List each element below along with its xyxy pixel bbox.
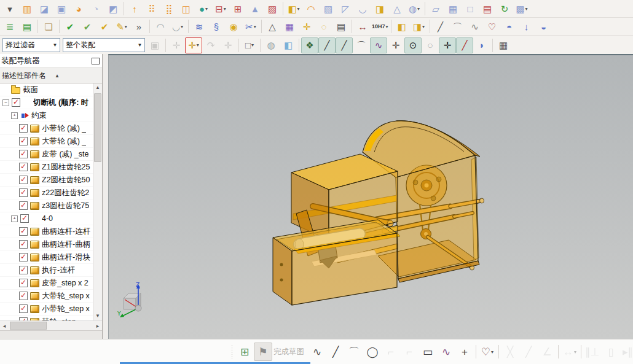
tree-item[interactable]: 棘轮_step xyxy=(0,316,102,320)
tree-item[interactable]: 小带轮 (减) _ xyxy=(0,122,102,135)
tree-item[interactable]: −切断机 (顺序: 时 xyxy=(0,96,102,109)
graphics-viewport[interactable]: Z Y xyxy=(108,54,633,340)
tree-item[interactable]: 曲柄连杆-曲柄 xyxy=(0,238,102,251)
extension-spring-icon[interactable]: § xyxy=(208,18,225,34)
snap-circle-icon[interactable]: ◌ xyxy=(422,37,439,53)
tree-item[interactable]: 小带轮_step x xyxy=(0,303,102,316)
snap-intersection-icon[interactable]: ✛ xyxy=(439,37,456,53)
tree-item-checkbox[interactable] xyxy=(19,253,28,261)
tree-vertical-scrollbar[interactable]: ▲ ▼ xyxy=(93,83,102,320)
locked-component-icon[interactable]: ◧ xyxy=(393,18,411,34)
tree-item-checkbox[interactable] xyxy=(19,201,28,210)
snap-point-on-curve-icon[interactable]: ╱ xyxy=(456,37,473,53)
tree-item-checkbox[interactable] xyxy=(19,150,28,158)
scroll-down-icon[interactable]: ▼ xyxy=(93,312,102,320)
tree-item-checkbox[interactable] xyxy=(19,188,28,197)
tree-item[interactable]: 皮带_step x 2 xyxy=(0,277,102,290)
grid-icon[interactable]: ▦ xyxy=(495,37,512,53)
four-point-surface-icon[interactable]: ▱ xyxy=(427,1,444,17)
sew-icon-dropdown[interactable]: ▾ xyxy=(525,6,528,12)
offset-curve-icon-dropdown[interactable]: ▾ xyxy=(491,349,493,355)
tree-item-checkbox[interactable] xyxy=(19,266,28,274)
line-curve-icon[interactable]: ╱ xyxy=(432,18,449,34)
finish-sketch-flag-icon[interactable]: ⚑ xyxy=(254,343,272,361)
pattern-feature-icon[interactable]: ⠿ xyxy=(143,1,160,17)
spring-tool-icon-dropdown[interactable]: ▾ xyxy=(254,24,256,29)
tolerance-search-icon-dropdown[interactable]: ▾ xyxy=(386,24,388,29)
shaded-cylinder-icon[interactable]: ◍ xyxy=(262,37,280,53)
flange-icon[interactable]: ◡ xyxy=(354,1,371,17)
bounded-plane-icon[interactable]: □ xyxy=(462,1,479,17)
tolerance-search-icon[interactable]: 10H7▾ xyxy=(371,18,389,34)
translucent-box-icon[interactable]: ◧ xyxy=(280,37,297,53)
rectangle-select-icon[interactable]: □▾ xyxy=(241,37,258,53)
spring-tool-icon[interactable]: ✂▾ xyxy=(242,18,259,34)
snap-control-point-icon[interactable]: ⌒ xyxy=(353,37,370,53)
triangle-symbol-icon[interactable]: △ xyxy=(264,18,281,34)
sew-icon[interactable]: ▩▾ xyxy=(513,1,530,17)
mesh-surface-icon[interactable]: ▦ xyxy=(444,1,462,17)
tree-expander[interactable]: − xyxy=(2,99,9,106)
draft-icon[interactable]: ◨ xyxy=(371,1,388,17)
weld-groove-icon-dropdown[interactable]: ▾ xyxy=(181,24,183,29)
tree-item-checkbox[interactable] xyxy=(19,240,28,249)
chevron-down-icon[interactable]: ▼ xyxy=(50,42,60,48)
snap-point-on-face-icon[interactable]: ◗ xyxy=(473,37,490,53)
snap-node-icon[interactable]: ∿ xyxy=(370,37,387,53)
through-curves-icon[interactable]: ▤ xyxy=(479,1,496,17)
section-surface-icon[interactable]: ◓ xyxy=(501,18,518,34)
tree-item[interactable]: 大带轮 (减) _ xyxy=(0,135,102,148)
mirror-feature-icon[interactable]: ◫ xyxy=(178,1,195,17)
gc-toolbox-table-icon[interactable]: ▦ xyxy=(281,18,298,34)
unite-icon-dropdown[interactable]: ▾ xyxy=(205,6,208,12)
wrap-icon[interactable]: ◠ xyxy=(302,1,320,17)
rectangle-icon[interactable]: ▭ xyxy=(419,343,437,361)
snap-midpoint-icon[interactable]: ╱ xyxy=(336,37,353,53)
tree-expander[interactable]: + xyxy=(11,215,18,222)
tree-item-checkbox[interactable] xyxy=(19,124,28,133)
tree-item[interactable]: 执行-连杆 xyxy=(0,264,102,277)
tree-item[interactable]: 皮带 (减) _ste xyxy=(0,148,102,161)
rapid-dimension-icon-dropdown[interactable]: ▾ xyxy=(574,349,576,355)
trim-body-icon[interactable]: ◪ xyxy=(36,1,53,17)
tree-item-checkbox[interactable] xyxy=(19,176,28,184)
tree-horizontal-scrollbar[interactable]: ◂ ▸ xyxy=(0,320,102,330)
pulley-icon[interactable]: ◉ xyxy=(225,18,242,34)
point-set-folder-icon[interactable]: ✛ xyxy=(298,18,315,34)
snap-point-icon[interactable]: ❖ xyxy=(301,37,318,53)
pocket-icon[interactable]: ◩ xyxy=(104,1,122,17)
measure-distance-icon[interactable]: ↔ xyxy=(354,18,371,34)
tree-item[interactable]: 曲柄连杆-滑块 xyxy=(0,251,102,264)
edit-object-display-icon[interactable]: ✎▾ xyxy=(113,18,130,34)
weld-groove-icon[interactable]: ◡▾ xyxy=(169,18,186,34)
tree-item[interactable]: Z2圆柱齿轮50 xyxy=(0,174,102,187)
tree-item-checkbox[interactable] xyxy=(12,98,20,107)
tree-item[interactable]: 截面 xyxy=(0,83,102,96)
scale-body-icon[interactable]: △ xyxy=(388,1,406,17)
hole-icon[interactable]: ▣ xyxy=(53,1,70,17)
arc-curve-icon[interactable]: ⌒ xyxy=(449,18,466,34)
tree-item-checkbox[interactable] xyxy=(19,279,28,287)
toolbar-drag-handle[interactable] xyxy=(230,345,234,358)
subtract-icon-dropdown[interactable]: ▾ xyxy=(224,6,226,12)
tree-item[interactable]: z3圆柱齿轮75 xyxy=(0,199,102,212)
panel-resize-strip[interactable] xyxy=(0,330,102,339)
locked-assembly-icon[interactable]: ◨▾ xyxy=(411,18,428,34)
swept-icon[interactable]: ↻ xyxy=(496,1,513,17)
snap-filter-icon[interactable]: ✛▾ xyxy=(185,37,202,53)
tree-item-checkbox[interactable] xyxy=(19,163,28,171)
tree-item[interactable]: Z1圆柱齿轮25 xyxy=(0,161,102,174)
weld-assistant-icon[interactable]: ◠ xyxy=(152,18,169,34)
tree-item-checkbox[interactable] xyxy=(19,227,28,236)
feature-overflow-icon[interactable]: ▾ xyxy=(1,1,18,17)
extract-body-icon[interactable]: ↑ xyxy=(126,1,143,17)
examine-geometry-icon[interactable]: ✔ xyxy=(61,18,79,34)
fit-check-icon[interactable]: ✔ xyxy=(79,18,96,34)
chevron-down-icon[interactable]: ▼ xyxy=(135,42,144,48)
tree-column-header[interactable]: 描述性部件名 ▲ xyxy=(0,68,102,83)
selection-scope-combo[interactable]: 整个装配 ▼ xyxy=(63,38,145,52)
intersect-icon[interactable]: ⊞ xyxy=(229,1,246,17)
chamfer-icon[interactable]: ◸ xyxy=(337,1,354,17)
layer-category-icon[interactable]: ▤ xyxy=(18,18,36,34)
scrollbar-thumb[interactable] xyxy=(10,322,47,330)
